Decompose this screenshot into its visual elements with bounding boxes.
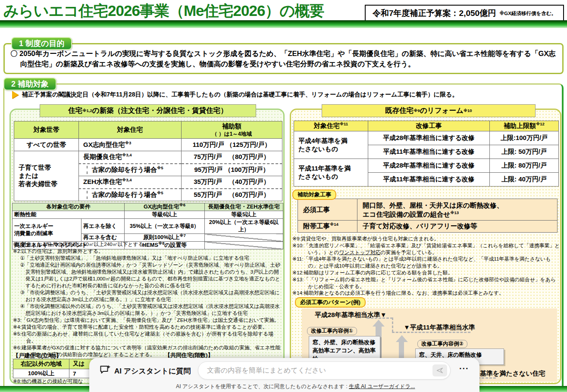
- table-cell: 35%以上（一次エネ等級8）: [125, 219, 205, 234]
- footnote: ※5:住宅の新築にあわせ、建替前に居住していた住宅など建築主（その親族を含む）が…: [13, 330, 282, 344]
- subsidized-works-table: 必須工事 開口部、外壁、屋根・天井又は床の断熱改修、 エコ住宅設備の設置の組合せ…: [298, 199, 558, 233]
- table-row: 子育て世帯 または 若者夫婦世帯 長期優良住宅※3,4 75万円/戸 （80万円…: [14, 151, 282, 164]
- reform-panel-title: 既存住宅※9のリフォーム※10: [322, 104, 536, 117]
- mandatory-works-pattern-label: 必須工事のパターン(例): [295, 297, 366, 308]
- table-cell: 古家の除却を行う場合※5: [79, 164, 182, 176]
- new-build-table: 対象世帯 対象住宅 補助額 （ ）は1～4地域 すべての世帯 GX志向型住宅※3…: [14, 121, 282, 201]
- table-cell: 上限: 40万円/戸: [490, 173, 559, 187]
- ai-guidelines-link[interactable]: 生成 AI ユーザーガイドラ...: [349, 383, 415, 389]
- table-cell: 100%以上: [13, 369, 69, 378]
- table-cell: 平成4年基準を満 たさないもの: [294, 131, 368, 159]
- section2-note: 補正予算案の閣議決定日（令和7年11月28日）以降に、工事着手したもの（新築の場…: [12, 91, 458, 99]
- green-divider-bar: [0, 20, 567, 28]
- col-header-limit: 補助上限額※12: [490, 121, 559, 131]
- table-row: 附帯工事※14 子育て対応改修、バリアフリー改修等: [298, 221, 558, 233]
- table-cell: すべての世帯: [14, 139, 79, 151]
- table-cell: 必須工事: [298, 199, 357, 221]
- table-cell: 20%以上（一次エネ等級6以上）: [205, 219, 283, 234]
- table-cell: 長期優良住宅※3,4: [79, 151, 182, 164]
- footnote: ※2:以下の住宅は、原則対象外とする。: [13, 248, 282, 255]
- table-row: すべての世帯 GX志向型住宅※3 110万円/戸 （125万円/戸）: [14, 139, 282, 151]
- ai-disclaimer: AI アシスタントを使用することで、次に同意したものとみなされます : 生成 A…: [176, 383, 415, 390]
- subsidized-works-label: 補助対象工事: [292, 190, 336, 200]
- send-button[interactable]: [432, 364, 447, 376]
- table-cell: 平成28年基準相当に達する改修: [368, 159, 490, 173]
- table-cell: 平成28年基準相当に達する改修: [368, 131, 490, 145]
- h11-dashed-line: [392, 332, 470, 333]
- budget-box: 令和7年度補正予算案：2,050億円 ※GX経済移行債を含む。: [365, 5, 564, 22]
- table-cell: 95万円/戸 （100万円/戸）: [182, 164, 282, 176]
- col-header-housing: 対象住宅: [79, 121, 182, 139]
- table-cell: 附帯工事※14: [298, 221, 357, 233]
- table-cell: 古家の除却を行う場合※5: [79, 189, 182, 201]
- ai-assistant-icon: [100, 365, 111, 375]
- page-title: みらいエコ住宅2026事業（Me住宅2026）の概要: [3, 1, 324, 21]
- section1-badge: 1 制度の目的: [11, 37, 72, 50]
- ai-disclaimer-text: AI アシスタントを使用することで、次に同意したものとみなされます :: [176, 383, 349, 389]
- table-cell-empty: [205, 234, 283, 242]
- caption-dashed-line: [478, 377, 496, 379]
- table-row: 平成11年基準を満 たさないもの 平成28年基準相当に達する改修 上限: 80万…: [294, 159, 559, 173]
- arrow-bullet-icon: [12, 91, 19, 99]
- table-cell: 上限: 80万円/戸: [490, 159, 559, 173]
- req-header-gx: GX志向型住宅※6: [125, 203, 205, 211]
- col-header-target-housing: 対象住宅※11: [294, 121, 368, 131]
- table-cell: 110万円/戸 （125万円/戸）: [182, 139, 282, 151]
- ai-assistant-label: AI アシスタントに質問: [114, 366, 191, 376]
- table-cell: 平成11年基準相当に達する改修: [368, 173, 490, 187]
- footnote: ※12:補助額はリフォーム工事の内容に応じて定める額を合算した額。: [292, 270, 561, 277]
- budget-note: ※GX経済移行債を含む。: [499, 10, 556, 17]
- footnote: ②「立地適正化計画区域内の居住誘導区域外」かつ「災害レッドゾーン（災害危険区域、…: [20, 261, 282, 289]
- h28-dashed-line: [367, 317, 393, 319]
- table-cell: 再エネを含む: [81, 234, 125, 242]
- ai-assistant-bar: AI アシスタントに質問 ... AI アシスタントを使用することで、次に同意し…: [89, 358, 479, 392]
- footnote: ④「市街化調整区域以外の区域」のうち、「土砂災害警戒区域又は浸水想定区域（洪水浸…: [20, 303, 282, 317]
- table-row: 一次エネルギー 消費量の削減率 再エネを除く 35%以上（一次エネ等級8） 20…: [13, 219, 283, 234]
- table-cell: 子育て世帯 または 若者夫婦世帯: [14, 151, 79, 201]
- col-header-amount-sub: （ ）は1～4地域: [184, 131, 280, 138]
- renovation-example1-title: 改修工事内容例①: [307, 327, 357, 335]
- col-header-amount-main: 補助額: [184, 122, 280, 131]
- diagram-caption: 基準を満たさない住宅: [480, 370, 545, 378]
- page: みらいエコ住宅2026事業（Me住宅2026）の概要 令和7年度補正予算案：2,…: [0, 0, 567, 392]
- table-cell: 上限:100万円/戸: [490, 131, 559, 145]
- footnote: ※11:「平成4年基準を満たさないもの」とは平成3年以前に建築された住宅など、「…: [292, 256, 561, 270]
- table-cell: 原則100%以上※7: [125, 234, 205, 242]
- table-cell: 子育て対応改修、バリアフリー改修等: [357, 221, 558, 233]
- table-cell: GX志向型住宅※3: [79, 139, 182, 151]
- renovation-example2-title: 改修工事内容例②: [417, 340, 467, 348]
- ai-question-input[interactable]: [198, 361, 451, 380]
- up-arrow-icon: [373, 320, 385, 327]
- footnote: ※10:「先進的窓リノベ事業」、「給湯省エネ事業」及び「賃貸給湯省エネ事業」（こ…: [292, 243, 561, 256]
- req-header: 各対象住宅の要件: [13, 203, 125, 211]
- table-cell: 再エネを除く: [81, 219, 125, 234]
- table-row: 必須工事 開口部、外壁、屋根・天井又は床の断熱改修、 エコ住宅設備の設置の組合せ…: [298, 199, 558, 221]
- section2-badge: 2 補助対象: [3, 78, 56, 90]
- table-cell: 上限: 50万円/戸: [490, 145, 559, 159]
- footnote: ※14:補助対象となるのは必須工事を行う場合に限る。なお、連携事業は必須工事とみ…: [292, 290, 561, 297]
- new-build-footnotes: ※1:対象となる住戸の床面積は50㎡以上240㎡以下とする。 ※2:以下の住宅は…: [13, 241, 282, 365]
- table-row: 平成4年基準を満 たさないもの 平成28年基準相当に達する改修 上限:100万円…: [294, 131, 559, 145]
- col-header-amount: 補助額 （ ）は1～4地域: [182, 121, 282, 139]
- table-cell: 右記以外の地域: [13, 359, 69, 369]
- table-cell: 平成11年基準相当に達する改修: [368, 145, 490, 159]
- col-header-renovation: 改修工事: [368, 121, 490, 131]
- table-cell: 開口部、外壁、屋根・天井又は床の断熱改修、 エコ住宅設備の設置の組合せ※13: [357, 199, 558, 221]
- table-cell: 断熱性能: [13, 211, 125, 219]
- new-build-panel-title: 住宅※1,2の新築（注文住宅・分譲住宅・賃貸住宅）: [40, 104, 256, 117]
- table-row: 断熱性能 等級6以上 等級5以上: [13, 211, 283, 219]
- col-header-household: 対象世帯: [14, 121, 79, 139]
- footnote: ③「市街化調整区域」のうち、「土砂災害警戒区域又は浸水想定区域（洪水浸水想定区域…: [20, 289, 282, 303]
- table-cell: 等級6以上: [125, 211, 205, 219]
- h11-level-label: ▼平成11年基準相当水準: [404, 324, 475, 332]
- table-cell: 75万円/戸 （80万円/戸）: [182, 151, 282, 164]
- footnote: ※4:賃貸住宅の場合、子育て世帯等に配慮した安全性・防犯性を高めるための技術基準…: [13, 324, 282, 330]
- footnote: ※9:賃貸住宅や、買取再販事業者が扱う住宅も対象に含まれる。: [292, 236, 561, 243]
- table-cell: 35万円/戸 （40万円/戸）: [182, 176, 282, 189]
- budget-amount: 令和7年度補正予算案：2,050億円: [373, 8, 496, 19]
- section2-note-text: 補正予算案の閣議決定日（令和7年11月28日）以降に、工事着手したもの（新築の場…: [22, 91, 458, 99]
- more-options-button[interactable]: ...: [459, 361, 469, 371]
- table-cell: 等級5以上: [205, 211, 283, 219]
- reform-table: 対象住宅※11 改修工事 補助上限額※12 平成4年基準を満 たさないもの 平成…: [294, 121, 559, 187]
- send-icon: [436, 367, 444, 374]
